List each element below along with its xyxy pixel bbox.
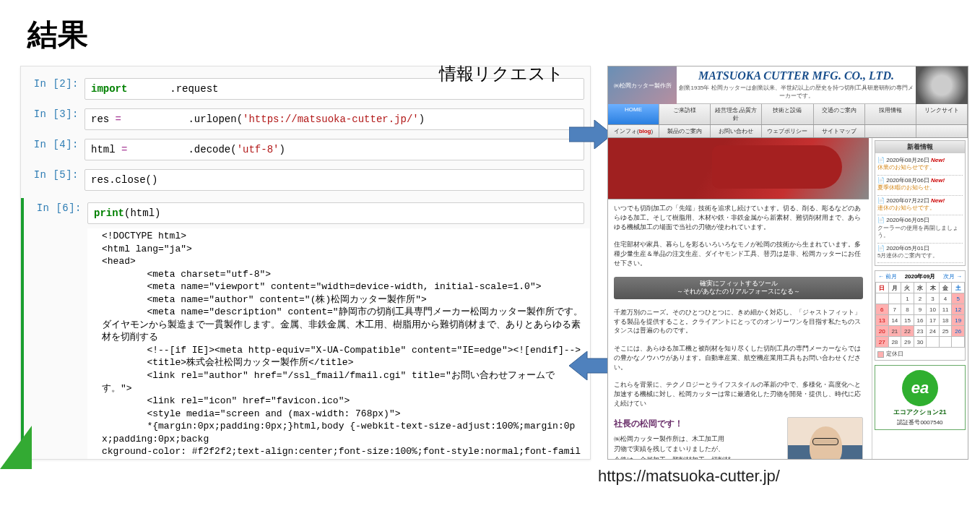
cell-prompt: In [3]: [21, 108, 84, 120]
site-logo-image: ㈱松岡カッター製作所 [608, 66, 677, 104]
cell-prompt: In [6]: [24, 202, 87, 214]
news-box: 新着情報 📄 2020年08月26日 New!休業のお知らせです。📄 2020年… [875, 140, 966, 266]
nav-item[interactable]: リンクサイト [916, 104, 968, 124]
news-heading: 新着情報 [875, 141, 965, 153]
nav-item[interactable]: サイトマップ [814, 125, 865, 137]
cell-prompt: In [2]: [21, 78, 84, 90]
cal-prev[interactable]: ← 前月 [878, 272, 897, 280]
nav-item[interactable]: 採用情報 [865, 104, 916, 124]
hero-image [608, 138, 869, 199]
cell-input[interactable]: res.close() [84, 169, 584, 191]
annotation-url: https://matsuoka-cutter.jp/ [598, 467, 780, 486]
eco-label: エコアクション21 [878, 408, 962, 417]
calendar-legend: 定休日 [875, 348, 965, 360]
nav-item[interactable]: 製品のご案内 [659, 125, 711, 137]
cell-input[interactable]: print(html) [87, 202, 584, 224]
nav-item[interactable]: ウェブポリシー [762, 125, 813, 137]
site-paragraph: いつでも切削加工の「先端」技術を追求し続けています。切る、削る、彫るなどのあらゆ… [608, 199, 869, 236]
nav-item[interactable]: ご来訪様 [659, 104, 711, 124]
nav-spacer [916, 125, 968, 137]
site-company-title: MATSUOKA CUTTER MFG. CO., LTD. [678, 69, 914, 82]
cal-title: 2020年09月 [905, 272, 936, 280]
eco-logo-icon: ea [902, 370, 938, 406]
site-paragraph: 住宅部材や家具、暮らしを彩るいろいろなモノが松岡の技術から生まれています。多種少… [608, 236, 869, 272]
eco-number: 認証番号0007540 [878, 418, 962, 426]
arrow-left-icon [569, 351, 612, 380]
cell-4[interactable]: In [4]: html = .decode('utf-8') [21, 134, 590, 165]
nav-item[interactable]: HOME [608, 104, 659, 124]
site-subtitle: 創業1935年 松岡カッターは創業以来、半世紀以上の歴史を持つ切削工具研磨研削の… [678, 84, 914, 100]
page-title: 結果 [0, 0, 980, 66]
calendar-table: 日月火水木金土123456789101112131415161718192021… [875, 282, 965, 348]
cell-prompt: In [4]: [21, 139, 84, 150]
news-item[interactable]: 📄 2020年06月05日 クーラーの使用を再開しましょう。 [877, 215, 963, 243]
cell-prompt: In [5]: [21, 169, 84, 181]
gear-image [916, 66, 968, 104]
president-box: 社長の松岡です！ ㈱松岡カッター製作所は、木工加工用 刃物で実績を残してまいりま… [608, 413, 869, 460]
cell-output: <!DOCTYPE html> <html lang="ja"> <head> … [87, 228, 590, 460]
nav-item-blog[interactable]: インフォ(blog) [608, 125, 659, 137]
cell-3[interactable]: In [3]: res = .urlopen('https://matsuoka… [21, 104, 590, 134]
site-paragraph: そこには、あらゆる加工機と被削材を知り尽くした切削工具の専門メーカーならではの豊… [608, 340, 869, 376]
site-paragraph: 千差万別のニーズ。そのひとつひとつに、きめ細かく対応し、「ジャストフィット」する… [608, 304, 869, 340]
site-header: ㈱松岡カッター製作所 MATSUOKA CUTTER MFG. CO., LTD… [608, 66, 968, 104]
cell-input[interactable]: html = .decode('utf-8') [84, 139, 584, 160]
cal-next[interactable]: 次月 → [943, 272, 962, 280]
nav-spacer [865, 125, 916, 137]
nav-item[interactable]: 技術と設備 [762, 104, 813, 124]
news-item[interactable]: 📄 2020年05月01日 5月連休のご案内です。 [877, 244, 963, 264]
news-item[interactable]: 📄 2020年08月26日 New!休業のお知らせです。 [877, 155, 963, 176]
president-heading: 社長の松岡です！ [614, 417, 783, 431]
nav-item[interactable]: 交通のご案内 [814, 104, 865, 124]
calendar-box: ← 前月 2020年09月 次月 → 日月火水木金土12345678910111… [875, 270, 966, 361]
annotation-request-label: 情報リクエスト [439, 62, 564, 85]
site-nav-primary: HOMEご来訪様経営理念,品質方針技術と設備交通のご案内採用情報リンクサイト [608, 104, 968, 125]
jupyter-notebook-panel: In [2]: import .request In [3]: res = .u… [20, 66, 591, 460]
cell-6[interactable]: In [6]: print(html) [24, 198, 590, 228]
cell-5[interactable]: In [5]: res.close() [21, 165, 590, 195]
site-paragraph: これらを背景に、テクノロジーとライフスタイルの革新の中で、多様化・高度化へと加速… [608, 376, 869, 412]
news-item[interactable]: 📄 2020年07月22日 New!連休のお知らせです。 [877, 196, 963, 216]
website-preview: ㈱松岡カッター製作所 MATSUOKA CUTTER MFG. CO., LTD… [607, 66, 968, 460]
cell-input[interactable]: res = .urlopen('https://matsuoka-cutter.… [84, 108, 584, 130]
president-line: 刃物で実績を残してまいりましたが、 [614, 444, 783, 454]
site-main-column: いつでも切削加工の「先端」技術を追求し続けています。切る、削る、彫るなどのあらゆ… [608, 138, 872, 460]
nav-item[interactable]: お問い合わせ [711, 125, 762, 137]
svg-marker-1 [569, 351, 612, 380]
decoration-triangle [0, 426, 32, 469]
president-line: ㈱松岡カッター製作所は、木工加工用 [614, 434, 783, 444]
callout-line1: 確実にフィットするツール [617, 280, 860, 288]
president-line: 今後は、金属加工、難削材加工、切削材、 [614, 455, 783, 460]
eco-action-box: ea エコアクション21 認証番号0007540 [875, 365, 966, 430]
news-item[interactable]: 📄 2020年08月06日 New!夏季休暇のお知らせ。 [877, 176, 963, 196]
site-callout: 確実にフィットするツール ～それがあなたのリアルフォースになる～ [614, 277, 863, 299]
president-photo [787, 417, 863, 460]
svg-marker-0 [569, 120, 612, 149]
arrow-right-icon [569, 120, 612, 149]
site-sidebar: 新着情報 📄 2020年08月26日 New!休業のお知らせです。📄 2020年… [872, 138, 968, 460]
nav-item[interactable]: 経営理念,品質方針 [711, 104, 762, 124]
callout-line2: ～それがあなたのリアルフォースになる～ [617, 288, 860, 296]
site-nav-secondary: インフォ(blog)製品のご案内お問い合わせウェブポリシーサイトマップ [608, 125, 968, 138]
